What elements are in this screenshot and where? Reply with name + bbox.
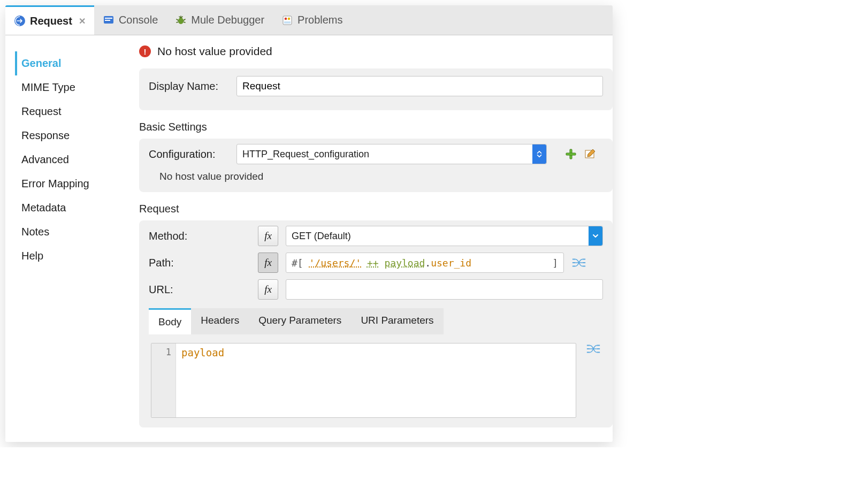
basic-settings-title: Basic Settings: [139, 121, 613, 133]
subtab-uri-parameters[interactable]: URI Parameters: [351, 308, 443, 334]
fx-toggle-url[interactable]: fx: [258, 279, 278, 300]
sidebar-item-request[interactable]: Request: [21, 100, 128, 124]
fx-toggle-path[interactable]: fx: [258, 253, 278, 273]
console-icon: [103, 14, 114, 26]
method-select[interactable]: GET (Default): [286, 226, 603, 246]
expr-open: #[: [292, 257, 303, 269]
tab-problems-label: Problems: [297, 14, 342, 26]
sidebar: General MIME Type Request Response Advan…: [5, 35, 128, 442]
sidebar-item-label: General: [21, 57, 61, 69]
chevron-down-icon: [589, 226, 602, 246]
svg-rect-2: [105, 18, 112, 19]
tab-request[interactable]: Request ✕: [5, 5, 94, 35]
subtab-label: Body: [158, 316, 181, 327]
method-label: Method:: [149, 230, 250, 242]
tab-mule-debugger[interactable]: Mule Debugger: [166, 5, 273, 35]
sidebar-item-label: Response: [21, 129, 70, 141]
request-section: Method: fx GET (Default) Path: fx #[ '/u: [139, 220, 613, 427]
tab-console[interactable]: Console: [94, 5, 166, 35]
basic-settings-section: Configuration: HTTP_Request_configuratio…: [139, 139, 613, 192]
tab-mule-debugger-label: Mule Debugger: [191, 14, 264, 26]
svg-point-6: [285, 17, 287, 20]
line-number: 1: [166, 347, 171, 357]
path-expression-input[interactable]: #[ '/users/' ++ payload.user_id ]: [286, 253, 564, 273]
chevron-updown-icon: [532, 144, 546, 164]
expr-string: '/users/': [309, 257, 362, 269]
svg-rect-10: [566, 153, 576, 155]
sidebar-item-label: Request: [21, 105, 62, 117]
tab-console-label: Console: [119, 14, 158, 26]
globe-arrow-icon: [14, 15, 26, 27]
body-editor-wrap: 1 payload: [151, 343, 601, 418]
svg-rect-8: [284, 21, 291, 24]
sidebar-item-label: Help: [21, 250, 43, 262]
fx-label: fx: [264, 284, 272, 295]
subtab-label: Query Parameters: [258, 315, 341, 326]
svg-point-7: [288, 17, 291, 20]
sidebar-item-response[interactable]: Response: [21, 124, 128, 148]
tab-problems[interactable]: Problems: [273, 5, 351, 35]
sidebar-item-label: Error Mapping: [21, 178, 89, 189]
sidebar-item-general[interactable]: General: [15, 51, 128, 75]
error-banner: ! No host value provided: [128, 35, 613, 63]
display-name-label: Display Name:: [149, 80, 229, 93]
fx-label: fx: [264, 257, 272, 269]
subtab-body[interactable]: Body: [149, 308, 191, 334]
sidebar-item-label: Metadata: [21, 202, 66, 213]
subtab-label: Headers: [201, 315, 239, 326]
svg-rect-3: [105, 20, 110, 21]
edit-config-button[interactable]: [584, 148, 596, 160]
sidebar-item-metadata[interactable]: Metadata: [21, 196, 128, 220]
sidebar-item-label: MIME Type: [21, 81, 75, 93]
main-panel: ! No host value provided Display Name: B…: [128, 35, 613, 442]
request-subtabs: Body Headers Query Parameters URI Parame…: [149, 307, 603, 334]
subtab-label: URI Parameters: [361, 315, 433, 326]
expr-op: ++: [367, 257, 379, 269]
editor-code[interactable]: payload: [176, 343, 230, 417]
expr-dot: .: [425, 257, 431, 269]
sidebar-item-notes[interactable]: Notes: [21, 220, 128, 244]
close-icon[interactable]: ✕: [79, 16, 86, 26]
configuration-value: HTTP_Request_configuration: [242, 149, 369, 160]
top-tabbar: Request ✕ Console Mule Debugger Problems: [5, 5, 613, 35]
sidebar-item-label: Advanced: [21, 154, 69, 165]
panel-window: Request ✕ Console Mule Debugger Problems…: [5, 5, 613, 442]
path-label: Path:: [149, 257, 250, 269]
svg-point-4: [178, 18, 184, 24]
error-message: No host value provided: [157, 45, 272, 58]
error-icon: !: [139, 45, 151, 57]
display-name-section: Display Name:: [139, 68, 613, 110]
bug-icon: [175, 14, 187, 26]
code-content: payload: [181, 347, 224, 358]
method-value: GET (Default): [292, 231, 351, 242]
body-editor[interactable]: 1 payload: [151, 343, 576, 418]
display-name-input[interactable]: [236, 76, 603, 96]
configuration-error: No host value provided: [159, 171, 603, 182]
add-config-button[interactable]: [565, 148, 577, 160]
subtab-query-parameters[interactable]: Query Parameters: [249, 308, 351, 334]
fx-label: fx: [264, 230, 272, 242]
sidebar-item-mime-type[interactable]: MIME Type: [21, 75, 128, 100]
tab-request-label: Request: [30, 15, 72, 27]
subtab-headers[interactable]: Headers: [191, 308, 249, 334]
content-area: General MIME Type Request Response Advan…: [5, 35, 613, 442]
problems-icon: [281, 14, 293, 26]
expr-close: ]: [552, 257, 558, 269]
expr-field: user_id: [431, 257, 471, 269]
expr-var: payload: [384, 257, 425, 269]
editor-gutter: 1: [151, 343, 176, 417]
dataweave-icon[interactable]: [571, 257, 586, 269]
sidebar-item-label: Notes: [21, 226, 49, 238]
sidebar-item-error-mapping[interactable]: Error Mapping: [21, 172, 128, 196]
configuration-label: Configuration:: [149, 148, 229, 161]
request-title: Request: [139, 203, 613, 215]
fx-toggle-method[interactable]: fx: [258, 226, 278, 246]
url-label: URL:: [149, 284, 250, 296]
sidebar-item-help[interactable]: Help: [21, 244, 128, 268]
dataweave-icon[interactable]: [586, 343, 601, 355]
url-input[interactable]: [286, 279, 603, 300]
configuration-select[interactable]: HTTP_Request_configuration: [236, 144, 547, 164]
sidebar-item-advanced[interactable]: Advanced: [21, 148, 128, 172]
